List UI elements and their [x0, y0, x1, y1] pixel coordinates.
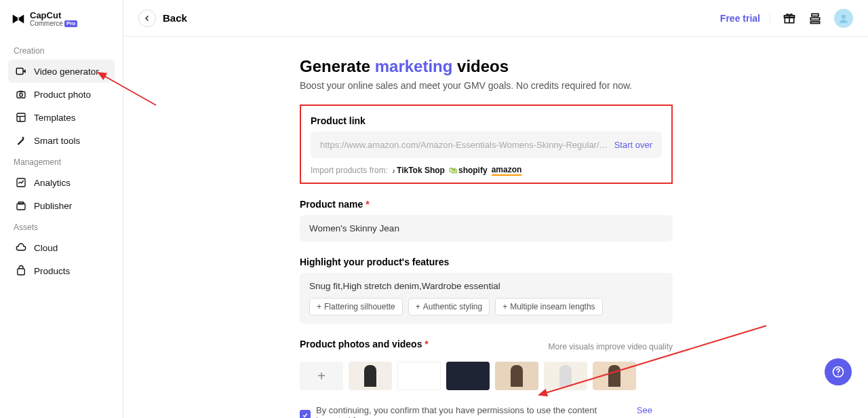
nav-label: Products	[34, 266, 70, 276]
svg-rect-14	[812, 14, 818, 16]
user-icon	[837, 12, 850, 24]
svg-rect-16	[810, 22, 819, 24]
consent-text: By continuing, you confirm that you have…	[316, 405, 631, 418]
chip-suggestion[interactable]: +Multiple inseam lengths	[495, 298, 602, 316]
svg-rect-1	[17, 92, 25, 98]
sidebar-item-publisher[interactable]: Publisher	[8, 194, 115, 217]
thumbnail[interactable]	[446, 362, 490, 390]
thumbnail[interactable]	[544, 362, 587, 390]
cloud-icon	[15, 242, 27, 254]
free-trial-link[interactable]: Free trial	[720, 13, 770, 24]
avatar[interactable]	[834, 9, 853, 28]
photo-icon	[15, 88, 27, 100]
start-over-link[interactable]: Start over	[614, 140, 652, 150]
tiktok-shop-brand[interactable]: ♪TikTok Shop	[392, 166, 445, 175]
import-row: Import products from: ♪TikTok Shop 🛍shop…	[311, 165, 662, 176]
features-input[interactable]: Snug fit,High stretch denim,Wardrobe ess…	[300, 273, 673, 324]
question-icon	[831, 365, 845, 379]
pro-badge: Pro	[64, 20, 77, 27]
shopify-brand[interactable]: 🛍shopify	[449, 166, 488, 175]
page-title: Generate marketing videos	[300, 57, 673, 76]
chevron-left-icon	[143, 14, 151, 22]
logo[interactable]: CapCut CommercePro	[8, 11, 115, 27]
thumbnail[interactable]	[349, 362, 392, 390]
back-button[interactable]	[138, 10, 156, 27]
sidebar-item-templates[interactable]: Templates	[8, 106, 115, 129]
plus-icon: +	[502, 302, 507, 311]
chip-suggestion[interactable]: +Flattering silhouette	[309, 298, 403, 316]
consent-checkbox[interactable]	[300, 410, 311, 418]
svg-rect-15	[810, 18, 819, 20]
analytics-icon	[15, 176, 27, 189]
see-more-link[interactable]: See more	[637, 405, 673, 418]
svg-point-21	[837, 374, 839, 375]
nav-label: Product photo	[34, 90, 91, 100]
plus-icon: +	[317, 302, 321, 311]
chip-suggestion[interactable]: +Authentic styling	[408, 298, 490, 316]
nav-label: Templates	[34, 113, 76, 123]
check-icon	[302, 412, 309, 418]
page-subtitle: Boost your online sales and meet your GM…	[300, 80, 673, 91]
thumbnails-row: +	[300, 362, 673, 390]
svg-rect-0	[16, 69, 23, 75]
photos-label: Product photos and videos *	[300, 339, 429, 349]
product-link-label: Product link	[311, 115, 662, 126]
product-name-input[interactable]	[300, 215, 673, 242]
layers-icon[interactable]	[808, 12, 822, 25]
sidebar-item-cloud[interactable]: Cloud	[8, 236, 115, 259]
svg-rect-9	[18, 202, 24, 204]
products-icon	[15, 265, 27, 277]
svg-rect-4	[17, 113, 25, 121]
consent-row: By continuing, you confirm that you have…	[300, 405, 673, 418]
sidebar-item-smart-tools[interactable]: Smart tools	[8, 129, 115, 152]
sidebar-item-products[interactable]: Products	[8, 259, 115, 282]
section-management: Management	[14, 157, 115, 167]
features-value: Snug fit,High stretch denim,Wardrobe ess…	[309, 281, 663, 291]
sidebar-item-product-photo[interactable]: Product photo	[8, 83, 115, 106]
svg-rect-3	[20, 91, 23, 92]
logo-subtitle: Commerce	[30, 20, 63, 28]
product-link-section: Product link https://www.amazon.com/Amaz…	[300, 104, 673, 184]
photos-hint: More visuals improve video quality	[549, 342, 673, 352]
nav-label: Smart tools	[34, 136, 80, 146]
thumbnail[interactable]	[495, 362, 538, 390]
section-assets: Assets	[14, 223, 115, 232]
help-button[interactable]	[825, 358, 852, 385]
svg-point-2	[20, 94, 23, 97]
templates-icon	[15, 111, 27, 124]
svg-point-17	[842, 14, 846, 18]
product-link-input[interactable]: https://www.amazon.com/Amazon-Essentials…	[311, 132, 662, 158]
logo-title: CapCut	[30, 11, 77, 20]
sidebar-item-analytics[interactable]: Analytics	[8, 171, 115, 194]
section-creation: Creation	[14, 46, 115, 56]
thumbnail[interactable]	[593, 362, 636, 390]
add-media-button[interactable]: +	[300, 362, 343, 390]
features-label: Highlight your product's features	[300, 256, 673, 267]
thumbnail[interactable]	[397, 362, 441, 390]
topbar: Back Free trial	[123, 0, 868, 37]
nav-label: Analytics	[34, 178, 71, 188]
svg-rect-10	[18, 269, 25, 275]
nav-label: Video generator	[34, 66, 99, 77]
nav-label: Cloud	[34, 243, 58, 253]
capcut-logo-icon	[11, 12, 26, 26]
wand-icon	[15, 134, 27, 147]
sidebar-item-video-generator[interactable]: Video generator	[8, 60, 115, 83]
nav-label: Publisher	[34, 201, 72, 211]
gift-icon[interactable]	[783, 12, 796, 25]
amazon-brand[interactable]: amazon	[492, 165, 522, 176]
product-name-label: Product name *	[300, 199, 673, 210]
video-icon	[15, 65, 27, 77]
back-label: Back	[163, 12, 187, 24]
product-link-value: https://www.amazon.com/Amazon-Essentials…	[320, 140, 609, 150]
plus-icon: +	[416, 302, 420, 311]
publisher-icon	[15, 200, 27, 212]
sidebar: CapCut CommercePro Creation Video genera…	[0, 0, 123, 418]
